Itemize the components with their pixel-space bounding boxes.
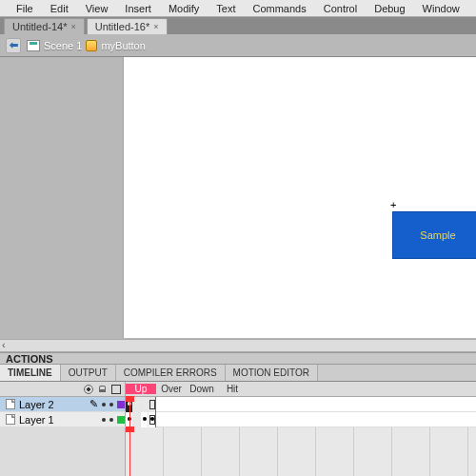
layer-row[interactable]: Layer 2 ✎ [0, 397, 476, 412]
lock-icon[interactable] [99, 386, 106, 392]
bottom-panel-tabs: TIMELINE OUTPUT COMPILER ERRORS MOTION E… [0, 365, 476, 382]
visibility-dot[interactable] [102, 403, 106, 407]
menu-bar: File Edit View Insert Modify Text Comman… [0, 0, 476, 17]
lock-dot[interactable] [109, 418, 113, 422]
timeline-footer [0, 427, 476, 476]
pencil-icon: ✎ [89, 398, 98, 410]
keyframe[interactable] [149, 412, 156, 427]
frame-label-over[interactable]: Over [156, 384, 187, 394]
frame-grid [126, 427, 476, 476]
layer-row[interactable]: Layer 1 [0, 412, 476, 427]
menu-view[interactable]: View [77, 3, 117, 14]
layer-frames[interactable] [126, 412, 476, 426]
tab-timeline[interactable]: TIMELINE [0, 365, 61, 381]
document-tabs: Untitled-14* × Untitled-16* × [0, 17, 476, 34]
playhead-line [129, 427, 130, 476]
document-tab-label: Untitled-14* [12, 21, 67, 32]
menu-modify[interactable]: Modify [160, 3, 208, 14]
back-arrow-icon[interactable]: ⬅ [6, 38, 21, 53]
menu-help[interactable]: Help [468, 3, 476, 14]
document-tab[interactable]: Untitled-16* × [87, 18, 168, 34]
button-symbol-icon [86, 40, 97, 51]
stage-area[interactable]: Sample [0, 57, 476, 338]
outline-icon[interactable] [111, 385, 121, 394]
button-instance[interactable]: Sample [392, 211, 476, 259]
visibility-dot[interactable] [102, 418, 106, 422]
symbol-name[interactable]: myButton [101, 40, 145, 51]
menu-control[interactable]: Control [315, 3, 366, 14]
layer-name-cell[interactable]: Layer 2 ✎ [0, 397, 126, 411]
layer-icon [6, 399, 15, 409]
layer-name: Layer 2 [19, 399, 54, 410]
close-icon[interactable]: × [153, 22, 158, 31]
stage[interactable]: Sample [124, 57, 476, 338]
frame-labels: Up Over Down Hit [126, 382, 476, 396]
actions-label: ACTIONS [6, 353, 53, 365]
layer-icon [6, 414, 15, 425]
menu-file[interactable]: File [8, 3, 42, 14]
menu-window[interactable]: Window [414, 3, 468, 14]
frame-label-down[interactable]: Down [187, 384, 217, 394]
document-tab[interactable]: Untitled-14* × [4, 18, 85, 34]
menu-insert[interactable]: Insert [116, 3, 160, 14]
menu-text[interactable]: Text [208, 3, 244, 14]
timeline-header: Up Over Down Hit [0, 382, 476, 397]
layer-frames[interactable] [126, 397, 476, 411]
menu-debug[interactable]: Debug [366, 3, 413, 14]
menu-edit[interactable]: Edit [42, 3, 77, 14]
visibility-icon[interactable] [84, 385, 93, 394]
layer-header-controls [0, 382, 126, 396]
menu-commands[interactable]: Commands [244, 3, 314, 14]
breadcrumb: Scene 1 myButton [27, 40, 146, 51]
outline-color[interactable] [117, 416, 125, 424]
keyframe[interactable] [141, 412, 149, 427]
button-text: Sample [420, 229, 455, 241]
tab-motion-editor[interactable]: MOTION EDITOR [226, 365, 318, 381]
tab-compiler-errors[interactable]: COMPILER ERRORS [116, 365, 226, 381]
frame[interactable] [133, 397, 141, 412]
frame[interactable] [149, 397, 156, 412]
layer-name-cell[interactable]: Layer 1 [0, 412, 126, 426]
tab-output[interactable]: OUTPUT [61, 365, 116, 381]
frame[interactable] [141, 397, 149, 412]
document-tab-label: Untitled-16* [95, 21, 149, 32]
close-icon[interactable]: × [70, 22, 75, 31]
layer-name: Layer 1 [19, 414, 54, 426]
playhead[interactable] [129, 397, 130, 427]
outline-color[interactable] [117, 401, 125, 408]
scene-name[interactable]: Scene 1 [44, 40, 82, 51]
lock-dot[interactable] [109, 403, 113, 407]
horizontal-scrollbar[interactable] [0, 339, 476, 352]
layer-tools[interactable] [0, 427, 126, 476]
timeline-layers: Layer 2 ✎ Layer 1 [0, 397, 476, 427]
scene-icon [27, 40, 40, 51]
actions-panel-header[interactable]: ACTIONS [0, 352, 476, 365]
frame[interactable] [133, 412, 141, 427]
frame-label-hit[interactable]: Hit [217, 384, 248, 394]
edit-bar: ⬅ Scene 1 myButton [0, 34, 476, 57]
frame-label-up[interactable]: Up [126, 384, 156, 394]
